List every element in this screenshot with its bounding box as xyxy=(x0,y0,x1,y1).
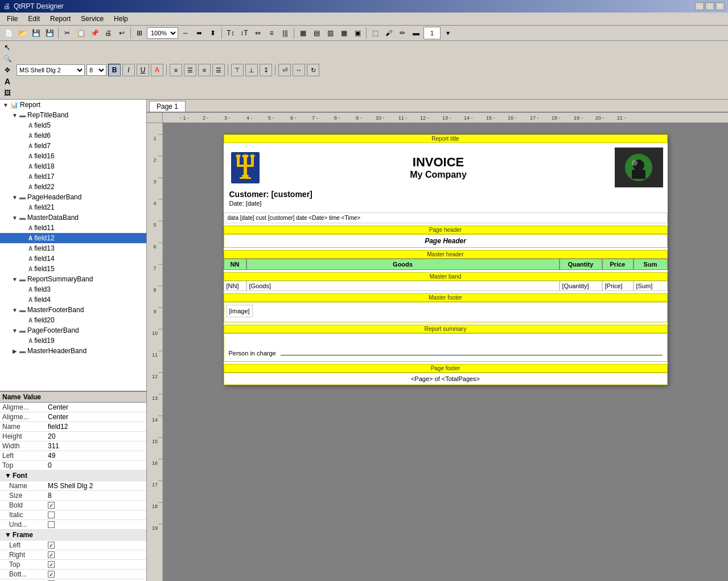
canvas-scroll[interactable]: 1 2 3 4 5 6 7 8 9 xyxy=(147,123,728,581)
frame-expand[interactable]: ▼ xyxy=(5,531,11,539)
bold-cb[interactable] xyxy=(48,502,55,509)
zoom-select[interactable]: 100% 75% 125% 150% xyxy=(147,27,178,39)
tb-icon14[interactable]: ⬚ xyxy=(369,27,381,39)
expand-masterheader[interactable]: ▶ xyxy=(10,346,19,355)
valign-mid-button[interactable]: ⊥ xyxy=(245,64,258,76)
tb-icon2[interactable]: ⬌ xyxy=(193,27,205,39)
prop-val-frame-right[interactable] xyxy=(46,550,146,560)
font-name-select[interactable]: MS Shell Dlg 2 Arial Times New Roman xyxy=(17,64,85,76)
font-expand[interactable]: ▼ xyxy=(5,472,11,480)
save-as-button[interactable]: 💾 xyxy=(43,27,56,39)
tree-node-field20[interactable]: A field20 xyxy=(0,315,146,325)
close-button[interactable]: ✕ xyxy=(715,2,725,10)
frame-left-cb[interactable] xyxy=(48,542,55,549)
italic-button[interactable]: I xyxy=(122,64,135,76)
tree-node-masterfooterband[interactable]: ▼ ▬ MasterFooterBand xyxy=(0,305,146,315)
color-button[interactable]: A xyxy=(151,64,163,76)
prop-val-left[interactable]: 49 xyxy=(46,451,146,461)
prop-val-underline[interactable] xyxy=(46,520,146,530)
tree-node-reportsummaryband[interactable]: ▼ ▬ ReportSummaryBand xyxy=(0,274,146,284)
grid-button[interactable]: ⊞ xyxy=(133,27,146,39)
prop-val-bold[interactable] xyxy=(46,501,146,510)
rotate-button[interactable]: ↻ xyxy=(307,64,319,76)
bold-button[interactable]: B xyxy=(108,64,121,76)
valign-top-button[interactable]: ⊤ xyxy=(231,64,244,76)
prop-val-width[interactable]: 311 xyxy=(46,441,146,451)
tb-icon3[interactable]: ⬍ xyxy=(207,27,219,39)
select-tool[interactable]: ↖ xyxy=(2,42,13,52)
expand-reptitle[interactable]: ▼ xyxy=(10,111,19,120)
expand-masterfooter[interactable]: ▼ xyxy=(10,305,19,314)
prop-val-printing[interactable] xyxy=(46,579,146,582)
undo-button[interactable]: ↩ xyxy=(116,27,128,39)
expand-report[interactable]: ▼ xyxy=(1,100,10,109)
prop-val-aligme2[interactable]: Center xyxy=(46,412,146,422)
menu-report[interactable]: Report xyxy=(46,14,75,24)
underline-button[interactable]: U xyxy=(137,64,149,76)
menu-edit[interactable]: Edit xyxy=(23,14,44,24)
tree-node-field13[interactable]: A field13 xyxy=(0,243,146,253)
tree-node-pagefooterband[interactable]: ▼ ▬ PageFooterBand xyxy=(0,325,146,335)
prop-val-aligme1[interactable]: Center xyxy=(46,403,146,412)
prop-val-height[interactable]: 20 xyxy=(46,432,146,441)
tb-icon5[interactable]: ↕T xyxy=(238,27,250,39)
tree-node-field15[interactable]: A field15 xyxy=(0,264,146,274)
tree-node-field18[interactable]: A field18 xyxy=(0,161,146,171)
prop-val-top[interactable]: 0 xyxy=(46,461,146,470)
menu-file[interactable]: File xyxy=(2,14,22,24)
prop-val-frame-left[interactable] xyxy=(46,541,146,550)
open-button[interactable]: 📂 xyxy=(16,27,28,39)
underline-cb[interactable] xyxy=(48,521,55,528)
prop-val-name[interactable]: field12 xyxy=(46,422,146,432)
cut-button[interactable]: ✂ xyxy=(61,27,73,39)
tab-page1[interactable]: Page 1 xyxy=(149,101,186,112)
tb-icon1[interactable]: ↔ xyxy=(179,27,192,39)
valign-bot-button[interactable]: ↧ xyxy=(260,64,272,76)
frame-right-cb[interactable] xyxy=(48,551,55,558)
tree-node-reptitleband[interactable]: ▼ ▬ RepTitleBand xyxy=(0,110,146,120)
align-right-button[interactable]: ≡ xyxy=(198,64,211,76)
tb-icon18[interactable]: ▾ xyxy=(442,27,454,39)
prop-val-italic[interactable] xyxy=(46,510,146,520)
prop-val-frame-bottom[interactable] xyxy=(46,570,146,579)
italic-cb[interactable] xyxy=(48,512,55,518)
tree-node-report[interactable]: ▼ 📊 Report xyxy=(0,100,146,110)
tree-node-field19[interactable]: A field19 xyxy=(0,335,146,346)
expand-pagefooter[interactable]: ▼ xyxy=(10,326,19,335)
tree-node-field5[interactable]: A field5 xyxy=(0,120,146,130)
tree-node-field22[interactable]: A field22 xyxy=(0,182,146,192)
expand-pageheader[interactable]: ▼ xyxy=(10,193,19,202)
tree-node-field3[interactable]: A field3 xyxy=(0,284,146,294)
tb-icon17[interactable]: ▬ xyxy=(410,27,422,39)
tree-node-field16[interactable]: A field16 xyxy=(0,151,146,161)
prop-val-font-name[interactable]: MS Shell Dlg 2 xyxy=(46,481,146,491)
copy-button[interactable]: 📋 xyxy=(75,27,87,39)
zoom-tool[interactable]: 🔍 xyxy=(2,54,13,64)
frame-bottom-cb[interactable] xyxy=(48,571,55,578)
tree-node-field4[interactable]: A field4 xyxy=(0,294,146,305)
maximize-button[interactable]: □ xyxy=(705,2,714,10)
align-left-button[interactable]: ≡ xyxy=(170,64,182,76)
image-tool[interactable]: 🖼 xyxy=(2,88,13,98)
tb-icon16[interactable]: ✏ xyxy=(396,27,409,39)
tree-node-masterdataband[interactable]: ▼ ▬ MasterDataBand xyxy=(0,212,146,223)
tree-node-masterheaderband[interactable]: ▶ ▬ MasterHeaderBand xyxy=(0,346,146,356)
tb-icon7[interactable]: ≡ xyxy=(265,27,278,39)
tree-node-field12[interactable]: A field12 xyxy=(0,233,146,243)
tree-node-field21[interactable]: A field21 xyxy=(0,202,146,212)
expand-masterdata[interactable]: ▼ xyxy=(10,213,19,222)
print-button[interactable]: 🖨 xyxy=(102,27,114,39)
text-tool[interactable]: A xyxy=(2,76,13,87)
frame-top-cb[interactable] xyxy=(48,561,55,568)
prop-val-font-size[interactable]: 8 xyxy=(46,491,146,501)
tree-node-field7[interactable]: A field7 xyxy=(0,141,146,151)
page-num-input[interactable]: 1 xyxy=(423,27,441,39)
tree-node-field6[interactable]: A field6 xyxy=(0,130,146,141)
tree-node-field17[interactable]: A field17 xyxy=(0,171,146,182)
tb-icon6[interactable]: ⇔ xyxy=(252,27,264,39)
tb-icon13[interactable]: ▣ xyxy=(351,27,364,39)
minimize-button[interactable]: — xyxy=(695,2,704,10)
tree-node-field11[interactable]: A field11 xyxy=(0,223,146,233)
tree-node-pageheaderband[interactable]: ▼ ▬ PageHeaderBand xyxy=(0,192,146,202)
font-size-select[interactable]: 8 9 10 11 12 xyxy=(87,64,106,76)
